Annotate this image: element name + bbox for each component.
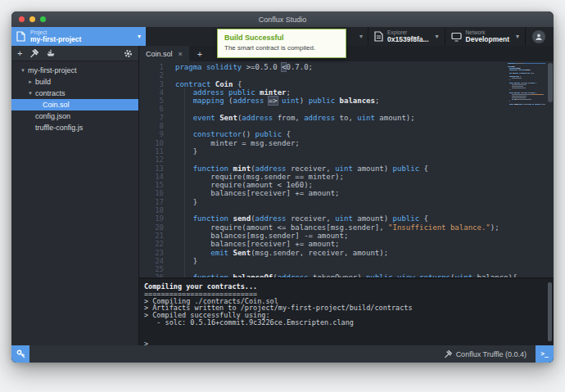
tree-item-label: my-first-project <box>28 66 77 74</box>
line-number: 3 <box>139 80 164 88</box>
code-text: } <box>175 198 197 206</box>
code-line: 17 } <box>139 198 554 206</box>
network-icon <box>451 32 462 42</box>
code-text <box>175 105 179 113</box>
project-value: my-first-project <box>30 36 134 43</box>
caret-down-icon: ▾ <box>18 67 28 74</box>
explorer-value: 0x1539f8fa... <box>387 36 429 43</box>
code-line: 10 minter = msg.sender; <box>139 139 554 147</box>
user-avatar-button[interactable] <box>532 30 545 43</box>
code-text <box>175 71 179 79</box>
explorer-selector[interactable]: Explorer 0x1539f8fa... ▾ <box>368 27 445 46</box>
minimap[interactable] <box>508 63 545 106</box>
line-number: 16 <box>139 189 164 197</box>
hammer-icon <box>444 350 452 358</box>
tree-item-build[interactable]: ▸build <box>11 76 138 88</box>
line-number: 13 <box>139 164 164 173</box>
deploy-button[interactable] <box>46 49 56 57</box>
line-number: 15 <box>139 181 164 189</box>
code-line: 14 require(msg.sender == minter); <box>139 173 554 181</box>
gear-icon <box>124 49 133 58</box>
keypair-manager-button[interactable] <box>11 345 29 363</box>
code-line: 9 constructor() public { <box>139 130 554 138</box>
tree-item-label: Coin.sol <box>43 101 70 109</box>
code-text: } <box>175 257 197 265</box>
code-text: function balanceOf(address tokenOwner) p… <box>175 273 517 279</box>
code-text <box>175 265 179 273</box>
code-line: 25 <box>139 265 554 273</box>
terminal-line: - solc: 0.5.16+commit.9c3226ce.Emscripte… <box>144 319 549 327</box>
code-line: 24 } <box>139 257 554 265</box>
tree-item-label: contracts <box>35 89 66 97</box>
line-number: 22 <box>139 240 164 248</box>
tree-item-coin-sol[interactable]: Coin.sol <box>11 99 138 110</box>
window-title: Conflux Studio <box>11 16 554 24</box>
tree-item-config-json[interactable]: config.json <box>11 110 138 122</box>
terminal-scrollbar-thumb[interactable] <box>548 282 552 341</box>
compiler-version-label[interactable]: Conflux Truffle (0.0.4) <box>456 350 527 358</box>
code-line: 2 <box>139 71 554 79</box>
tree-item-my-first-project[interactable]: ▾my-first-project <box>11 65 138 76</box>
build-button[interactable] <box>29 49 38 58</box>
key-icon <box>16 349 25 358</box>
code-text: require(msg.sender == minter); <box>175 173 344 181</box>
explorer-icon <box>374 31 383 42</box>
code-text: address public minter; <box>175 88 291 97</box>
tree-item-label: build <box>35 78 51 86</box>
code-text: require(amount < 1e60); <box>175 181 313 189</box>
project-settings-button[interactable] <box>124 49 133 58</box>
code-editor[interactable]: 1pragma solidity >=0.5.0 <0.7.0;2 3contr… <box>139 61 554 279</box>
chevron-down-icon[interactable]: ▾ <box>359 33 363 40</box>
main-area: + <box>11 46 554 345</box>
new-file-button[interactable]: + <box>17 49 22 58</box>
code-line: 12 <box>139 155 554 164</box>
code-text: function send(address receiver, uint amo… <box>175 214 428 223</box>
code-line: 11 } <box>139 147 554 155</box>
line-number: 18 <box>139 206 164 214</box>
person-icon <box>535 33 543 41</box>
close-icon[interactable]: × <box>179 50 183 58</box>
editor-scrollbar[interactable] <box>547 61 554 277</box>
line-number: 10 <box>139 139 164 147</box>
sidebar-toolbar: + <box>11 46 138 61</box>
line-number: 24 <box>139 257 164 265</box>
status-bar-right: Conflux Truffle (0.0.4) >_ <box>444 345 554 363</box>
line-number: 17 <box>139 198 164 206</box>
deploy-icon <box>46 49 56 57</box>
tree-item-label: config.json <box>35 112 70 120</box>
editor-scrollbar-thumb[interactable] <box>548 63 553 102</box>
network-selector[interactable]: Network Development ▾ <box>445 27 525 46</box>
code-line: 5 mapping (address => uint) public balan… <box>139 97 554 105</box>
terminal-line <box>144 327 549 334</box>
sidebar: + <box>11 46 139 345</box>
terminal-panel[interactable]: Compiling your contracts...=============… <box>139 279 554 345</box>
notification-message: The smart contract is compiled. <box>224 44 339 52</box>
file-tree: ▾my-first-project▸build▾contractsCoin.so… <box>11 61 138 345</box>
code-text: minter = msg.sender; <box>175 139 300 147</box>
code-line: 13 function mint(address receiver, uint … <box>139 164 554 173</box>
code-line: 26 function balanceOf(address tokenOwner… <box>139 273 554 279</box>
line-number: 8 <box>139 122 164 130</box>
code-line: 16 balances[receiver] += amount; <box>139 189 554 197</box>
app-window: Conflux Studio Project my-first-project … <box>11 11 554 363</box>
code-text <box>175 122 179 130</box>
tree-item-contracts[interactable]: ▾contracts <box>11 88 138 99</box>
code-line: 22 balances[receiver] += amount; <box>139 240 554 248</box>
indent-guide <box>184 88 185 278</box>
code-line: 3contract Coin { <box>139 80 554 88</box>
line-number: 9 <box>139 130 164 138</box>
caret-down-icon: ▾ <box>25 90 35 97</box>
code-line: 1pragma solidity >=0.5.0 <0.7.0; <box>139 63 554 71</box>
line-number: 21 <box>139 232 164 240</box>
code-line: 18 <box>139 206 554 214</box>
tree-item-truffle-config-js[interactable]: truffle-config.js <box>11 122 138 133</box>
tab-coin-sol[interactable]: Coin.sol × <box>139 46 189 61</box>
project-selector[interactable]: Project my-first-project ▾ <box>11 27 146 46</box>
line-number: 11 <box>139 147 164 155</box>
code-line: 23 emit Sent(msg.sender, receiver, amoun… <box>139 249 554 257</box>
new-tab-button[interactable]: + <box>189 46 210 61</box>
build-notification[interactable]: Build Successful The smart contract is c… <box>217 29 346 58</box>
line-number: 12 <box>139 155 164 164</box>
terminal-toggle-button[interactable]: >_ <box>536 345 554 363</box>
code-text: contract Coin { <box>175 80 242 88</box>
